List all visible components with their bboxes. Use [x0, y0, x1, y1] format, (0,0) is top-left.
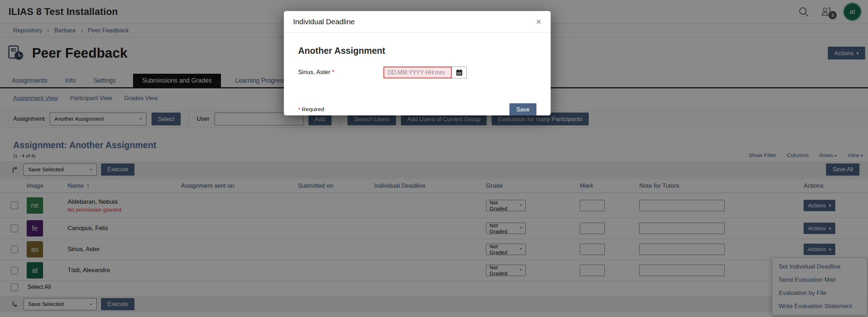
deadline-form-row: Sirius, Aster *: [298, 67, 536, 78]
modal-footer: * Required Save: [284, 98, 551, 115]
deadline-datetime-input[interactable]: [383, 67, 452, 78]
modal-title: Individual Deadline: [293, 17, 355, 26]
deadline-field-label: Sirius, Aster *: [298, 67, 383, 76]
modal-assignment-heading: Another Assignment: [298, 46, 536, 56]
calendar-button[interactable]: [452, 67, 467, 78]
datetime-input-group: [383, 67, 467, 78]
required-note: * Required: [298, 106, 324, 113]
required-asterisk: *: [298, 106, 300, 112]
ilias-screen: ILIAS 8 Test Installation 3 at Repositor…: [0, 0, 868, 317]
modal-header: Individual Deadline ✕: [284, 11, 551, 33]
required-asterisk: *: [332, 69, 334, 76]
modal-body: Another Assignment Sirius, Aster *: [284, 33, 551, 98]
close-icon[interactable]: ✕: [536, 18, 541, 26]
modal-save-button[interactable]: Save: [509, 103, 536, 115]
individual-deadline-modal: Individual Deadline ✕ Another Assignment…: [284, 11, 551, 115]
calendar-icon: [455, 69, 463, 77]
